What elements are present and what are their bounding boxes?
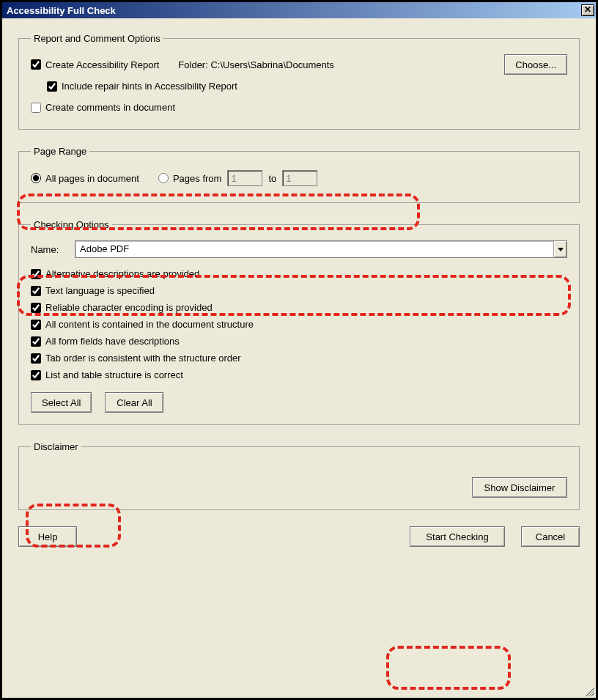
- include-hints-row[interactable]: Include repair hints in Accessibility Re…: [47, 81, 567, 92]
- disclaimer-legend: Disclaimer: [31, 441, 81, 452]
- dialog-window: Accessibility Full Check ✕ Report and Co…: [0, 0, 598, 700]
- check-option-checkbox[interactable]: [31, 336, 41, 347]
- check-option-row[interactable]: List and table structure is correct: [31, 369, 567, 380]
- help-button[interactable]: Help: [18, 526, 77, 547]
- check-option-checkbox[interactable]: [31, 370, 41, 380]
- disclaimer-group: Disclaimer Show Disclaimer: [18, 441, 580, 510]
- checking-options-list: Alternative descriptions are provided Te…: [31, 268, 567, 380]
- page-range-legend: Page Range: [31, 146, 89, 157]
- chevron-down-icon[interactable]: [553, 241, 566, 257]
- folder-path-text: Folder: C:\Users\Sabrina\Documents: [178, 59, 333, 70]
- check-option-checkbox[interactable]: [31, 320, 41, 330]
- all-pages-radio-row[interactable]: All pages in document: [31, 173, 139, 184]
- include-hints-label: Include repair hints in Accessibility Re…: [62, 81, 237, 92]
- pages-from-label: Pages from: [173, 173, 221, 184]
- all-pages-label: All pages in document: [45, 173, 139, 184]
- show-disclaimer-button[interactable]: Show Disclaimer: [472, 477, 567, 498]
- check-option-row[interactable]: All form fields have descriptions: [31, 336, 567, 347]
- name-label: Name:: [31, 244, 64, 255]
- check-option-checkbox[interactable]: [31, 286, 41, 296]
- cancel-button[interactable]: Cancel: [521, 526, 580, 547]
- name-combobox-value: Adobe PDF: [75, 241, 553, 257]
- checking-options-legend: Checking Options: [31, 219, 112, 230]
- check-option-checkbox[interactable]: [31, 303, 41, 313]
- create-comments-checkbox[interactable]: [31, 103, 41, 113]
- pages-to-label: to: [268, 173, 276, 184]
- check-option-label: List and table structure is correct: [45, 369, 183, 380]
- create-report-label: Create Accessibility Report: [45, 59, 159, 70]
- report-options-legend: Report and Comment Options: [31, 33, 163, 44]
- check-option-checkbox[interactable]: [31, 269, 41, 279]
- name-combobox[interactable]: Adobe PDF: [75, 240, 567, 258]
- create-report-checkbox[interactable]: [31, 59, 41, 70]
- check-option-row[interactable]: Tab order is consistent with the structu…: [31, 353, 567, 364]
- pages-to-input[interactable]: [282, 170, 317, 186]
- create-comments-label: Create comments in document: [45, 102, 175, 113]
- titlebar: Accessibility Full Check ✕: [2, 2, 596, 18]
- check-option-label: Text language is specified: [45, 285, 155, 296]
- resize-grip-icon[interactable]: [583, 685, 594, 696]
- clear-all-button[interactable]: Clear All: [105, 392, 163, 413]
- check-option-label: All content is contained in the document…: [45, 319, 254, 330]
- bottom-button-row: Help Start Checking Cancel: [18, 526, 580, 547]
- pages-from-radio-row[interactable]: Pages from: [158, 173, 221, 184]
- create-comments-row[interactable]: Create comments in document: [31, 102, 567, 113]
- include-hints-checkbox[interactable]: [47, 81, 57, 92]
- window-title: Accessibility Full Check: [7, 5, 116, 16]
- checking-options-group: Checking Options Name: Adobe PDF Alterna…: [18, 219, 580, 425]
- check-option-row[interactable]: Reliable character encoding is provided: [31, 302, 567, 313]
- close-button[interactable]: ✕: [581, 4, 594, 16]
- choose-folder-button[interactable]: Choose...: [504, 54, 567, 75]
- dialog-body: Report and Comment Options Create Access…: [2, 18, 596, 698]
- create-report-row[interactable]: Create Accessibility Report: [31, 59, 159, 70]
- check-option-row[interactable]: All content is contained in the document…: [31, 319, 567, 330]
- all-pages-radio[interactable]: [31, 173, 41, 183]
- check-option-label: Tab order is consistent with the structu…: [45, 353, 241, 364]
- pages-from-input[interactable]: [227, 170, 262, 186]
- check-option-row[interactable]: Alternative descriptions are provided: [31, 268, 567, 279]
- start-checking-button[interactable]: Start Checking: [410, 526, 505, 547]
- page-range-group: Page Range All pages in document Pages f…: [18, 146, 580, 203]
- pages-from-radio[interactable]: [158, 173, 169, 183]
- check-option-label: All form fields have descriptions: [45, 336, 180, 347]
- select-all-button[interactable]: Select All: [31, 392, 92, 413]
- check-option-row[interactable]: Text language is specified: [31, 285, 567, 296]
- check-option-checkbox[interactable]: [31, 353, 41, 364]
- check-option-label: Reliable character encoding is provided: [45, 302, 213, 313]
- check-option-label: Alternative descriptions are provided: [45, 268, 199, 279]
- report-options-group: Report and Comment Options Create Access…: [18, 33, 580, 130]
